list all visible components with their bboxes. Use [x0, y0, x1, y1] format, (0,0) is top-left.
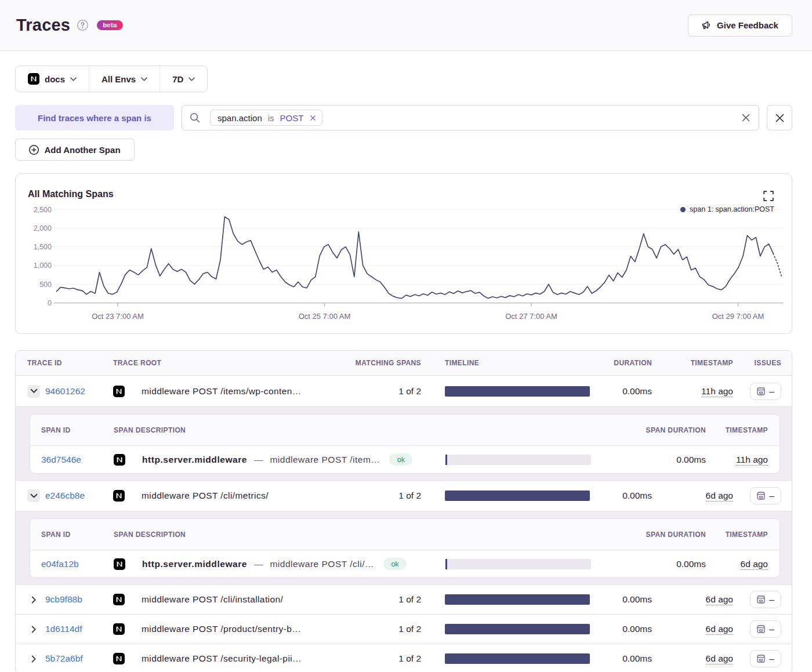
matching-spans-cell: 1 of 2 — [329, 386, 430, 397]
timestamp-value[interactable]: 11h ago — [701, 386, 733, 397]
trace-id-link[interactable]: e246cb8e — [45, 491, 85, 501]
trace-root-description: middleware POST /cli/installation/ — [142, 594, 283, 605]
give-feedback-label: Give Feedback — [717, 20, 778, 30]
span-dash-separator: — — [254, 559, 263, 569]
trace-root-cell: middleware POST /product/sentry-b… — [108, 623, 329, 635]
svg-text:Oct 23 7:00 AM: Oct 23 7:00 AM — [92, 312, 144, 321]
trace-id-cell: 5b72a6bf — [16, 652, 108, 665]
environment-filter[interactable]: All Envs — [89, 66, 160, 92]
trace-id-link[interactable]: 1d6114df — [45, 624, 82, 634]
svg-text:Oct 25 7:00 AM: Oct 25 7:00 AM — [299, 312, 351, 321]
duration-cell: 0.00ms — [599, 653, 661, 664]
chevron-down-icon — [70, 77, 77, 81]
page-filter-bar: docs All Envs 7D — [15, 66, 208, 92]
chart-legend[interactable]: span 1: span.action:POST — [680, 205, 774, 213]
span-id-link[interactable]: 36d7546e — [41, 455, 81, 464]
timestamp-cell: 6d ago — [661, 491, 742, 501]
trace-table-row: 5b72a6bf middleware POST /security-legal… — [16, 644, 792, 672]
svg-text:500: 500 — [39, 281, 52, 289]
expand-chart-icon[interactable] — [763, 191, 774, 201]
span-description-text: middleware POST /item… — [270, 455, 380, 465]
spans-card: SPAN ID SPAN DESCRIPTION SPAN DURATION T… — [30, 518, 780, 578]
span-timestamp-cell: 11h ago — [716, 455, 780, 465]
span-description-cell: http.server.middleware — middleware POST… — [109, 558, 430, 570]
issues-pill[interactable]: – — [750, 591, 781, 608]
issues-pill[interactable]: – — [750, 487, 781, 504]
timeline-cell — [430, 491, 599, 501]
span-id-cell: 36d7546e — [30, 455, 109, 465]
expanded-spans-panel: SPAN ID SPAN DESCRIPTION SPAN DURATION T… — [16, 406, 792, 480]
span-table-row: e04fa12b http.server.middleware — middle… — [30, 550, 780, 577]
nextjs-platform-icon — [113, 653, 125, 664]
timestamp-value[interactable]: 6d ago — [706, 594, 733, 605]
timestamp-value[interactable]: 6d ago — [706, 624, 733, 635]
search-clear-icon[interactable] — [741, 113, 751, 122]
environment-filter-label: All Envs — [102, 74, 136, 84]
token-operator[interactable]: is — [268, 113, 274, 123]
span-timeline-marker — [445, 559, 447, 569]
date-range-filter-label: 7D — [172, 74, 183, 84]
trace-id-link[interactable]: 5b72a6bf — [45, 653, 83, 664]
date-range-filter[interactable]: 7D — [160, 66, 207, 92]
trace-id-link[interactable]: 94601262 — [45, 386, 85, 397]
timeline-bar — [445, 386, 590, 397]
issues-pill[interactable]: – — [750, 620, 781, 638]
issues-count: – — [769, 594, 774, 605]
timeline-cell — [430, 624, 599, 634]
trace-root-description: middleware POST /security-legal-pii… — [142, 653, 302, 664]
svg-text:0: 0 — [48, 299, 52, 307]
token-value[interactable]: POST — [280, 113, 304, 123]
span-timestamp-value[interactable]: 6d ago — [741, 559, 768, 570]
collapse-trace-button[interactable] — [27, 489, 40, 502]
search-token[interactable]: span.action is POST — [210, 110, 322, 126]
issues-cell: – — [742, 487, 792, 504]
span-operation: http.server.middleware — [142, 559, 247, 569]
legend-label: span 1: span.action:POST — [690, 205, 774, 213]
issues-count: – — [769, 653, 774, 664]
span-id-link[interactable]: e04fa12b — [41, 559, 79, 569]
span-operation: http.server.middleware — [142, 455, 247, 465]
svg-text:Oct 27 7:00 AM: Oct 27 7:00 AM — [505, 312, 557, 321]
trace-id-link[interactable]: 9cb9f88b — [45, 594, 82, 605]
nextjs-platform-icon — [114, 454, 125, 466]
column-header-span-timestamp: TIMESTAMP — [716, 531, 780, 539]
trace-root-cell: middleware POST /security-legal-pii… — [108, 653, 329, 664]
collapse-trace-button[interactable] — [27, 385, 40, 398]
matching-spans-cell: 1 of 2 — [329, 594, 430, 605]
span-search-input[interactable]: span.action is POST — [182, 105, 759, 130]
issues-cell: – — [742, 650, 792, 667]
trace-root-cell: middleware POST /cli/metrics/ — [108, 490, 329, 502]
timestamp-cell: 6d ago — [661, 624, 742, 634]
column-header-trace-root: TRACE ROOT — [108, 359, 329, 367]
help-icon[interactable] — [77, 20, 88, 31]
issues-pill[interactable]: – — [750, 383, 781, 400]
token-remove-icon[interactable] — [310, 115, 316, 121]
expand-trace-button[interactable] — [27, 623, 40, 635]
add-another-span-button[interactable]: Add Another Span — [15, 139, 135, 161]
expand-trace-button[interactable] — [27, 652, 40, 665]
timestamp-value[interactable]: 6d ago — [706, 653, 733, 664]
plus-circle-icon — [29, 145, 39, 155]
span-timeline-cell — [430, 559, 600, 569]
project-filter-label: docs — [45, 74, 65, 84]
span-duration-cell: 0.00ms — [600, 559, 716, 569]
column-header-span-description: SPAN DESCRIPTION — [109, 426, 430, 434]
column-header-span-id: SPAN ID — [30, 531, 109, 539]
span-timestamp-value[interactable]: 11h ago — [736, 455, 768, 466]
timestamp-cell: 6d ago — [661, 594, 742, 605]
span-status-badge: ok — [389, 453, 412, 466]
timeline-bar — [445, 594, 590, 605]
give-feedback-button[interactable]: Give Feedback — [688, 14, 792, 37]
issues-icon — [757, 655, 765, 663]
project-filter[interactable]: docs — [16, 66, 89, 92]
issues-cell: – — [742, 620, 792, 638]
span-timeline-cell — [430, 455, 600, 465]
remove-span-filter-button[interactable] — [767, 105, 792, 130]
span-dash-separator: — — [254, 455, 263, 465]
timestamp-value[interactable]: 6d ago — [706, 491, 733, 502]
column-header-timestamp: TIMESTAMP — [661, 359, 742, 367]
issues-pill[interactable]: – — [750, 650, 781, 667]
chevron-down-icon — [141, 77, 147, 81]
expand-trace-button[interactable] — [27, 593, 40, 606]
span-description-cell: http.server.middleware — middleware POST… — [109, 453, 430, 466]
